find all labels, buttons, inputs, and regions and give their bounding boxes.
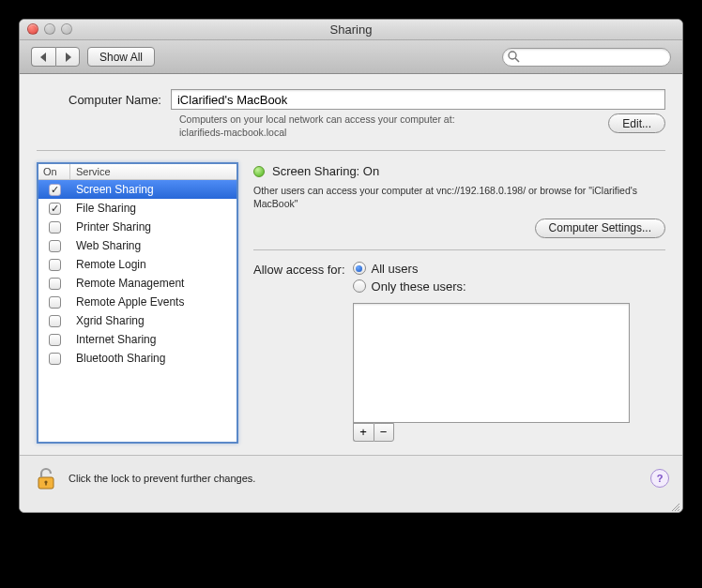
service-checkbox[interactable] xyxy=(38,240,70,252)
list-item[interactable]: Remote Login xyxy=(38,255,237,274)
forward-button[interactable] xyxy=(55,47,80,67)
nav-buttons xyxy=(31,47,80,67)
list-item[interactable]: Internet Sharing xyxy=(38,330,237,349)
status-title: Screen Sharing: On xyxy=(272,164,379,178)
search xyxy=(502,48,671,67)
show-all-button[interactable]: Show All xyxy=(87,47,155,67)
users-list[interactable] xyxy=(353,303,630,423)
checkbox-icon xyxy=(49,203,61,215)
svg-rect-6 xyxy=(45,482,47,486)
list-item[interactable]: Screen Sharing xyxy=(38,180,237,199)
checkbox-icon xyxy=(49,278,61,290)
list-item[interactable]: Remote Apple Events xyxy=(38,293,237,311)
service-detail: Screen Sharing: On Other users can acces… xyxy=(253,162,665,444)
lock-row: Click the lock to prevent further change… xyxy=(20,455,682,501)
computer-name-hint: Computers on your local network can acce… xyxy=(179,113,597,139)
service-name: Web Sharing xyxy=(70,239,237,252)
col-on: On xyxy=(38,164,70,179)
service-checkbox[interactable] xyxy=(38,203,70,215)
divider xyxy=(37,150,665,151)
titlebar[interactable]: Sharing xyxy=(20,20,682,40)
checkbox-icon xyxy=(49,296,61,309)
list-item[interactable]: Remote Management xyxy=(38,274,237,293)
list-item[interactable]: Printer Sharing xyxy=(38,218,237,236)
status-indicator-icon xyxy=(253,166,265,177)
access-label: Allow access for: xyxy=(253,262,345,277)
svg-marker-1 xyxy=(66,53,71,62)
service-name: Bluetooth Sharing xyxy=(70,352,237,365)
service-checkbox[interactable] xyxy=(38,221,70,234)
computer-name-input[interactable] xyxy=(171,89,665,110)
divider xyxy=(253,249,665,250)
edit-button[interactable]: Edit... xyxy=(608,113,665,133)
checkbox-icon xyxy=(49,184,61,196)
checkbox-icon xyxy=(49,353,61,365)
svg-point-2 xyxy=(509,52,516,59)
service-checkbox[interactable] xyxy=(38,315,70,327)
checkbox-icon xyxy=(49,240,61,252)
list-item[interactable]: Xgrid Sharing xyxy=(38,311,237,330)
checkbox-icon xyxy=(49,259,61,271)
toolbar: Show All xyxy=(20,40,682,74)
service-name: Remote Management xyxy=(70,277,237,290)
status-description: Other users can access your computer at … xyxy=(253,184,665,210)
remove-user-button[interactable]: − xyxy=(374,423,394,442)
services-list[interactable]: On Service Screen SharingFile SharingPri… xyxy=(37,162,238,444)
svg-marker-0 xyxy=(40,53,46,62)
checkbox-icon xyxy=(49,315,61,327)
radio-all-users[interactable]: All users xyxy=(353,262,630,276)
service-name: Remote Apple Events xyxy=(70,295,237,309)
close-icon[interactable] xyxy=(27,23,38,35)
service-checkbox[interactable] xyxy=(38,259,70,271)
list-item[interactable]: Web Sharing xyxy=(38,236,237,255)
service-name: Remote Login xyxy=(70,258,237,271)
help-button[interactable]: ? xyxy=(650,469,669,488)
chevron-left-icon xyxy=(40,53,48,62)
window-title: Sharing xyxy=(330,23,373,37)
chevron-right-icon xyxy=(64,53,71,62)
service-checkbox[interactable] xyxy=(38,184,70,196)
services-header: On Service xyxy=(38,164,237,180)
service-name: Printer Sharing xyxy=(70,220,237,234)
window-controls xyxy=(27,23,72,35)
service-name: Xgrid Sharing xyxy=(70,314,237,327)
service-checkbox[interactable] xyxy=(38,296,70,309)
list-item[interactable]: Bluetooth Sharing xyxy=(38,349,237,368)
resize-grip[interactable] xyxy=(20,501,682,512)
minimize-icon[interactable] xyxy=(44,23,55,35)
service-checkbox[interactable] xyxy=(38,353,70,365)
computer-name-label: Computer Name: xyxy=(69,93,161,107)
add-user-button[interactable]: + xyxy=(353,423,374,442)
svg-line-9 xyxy=(678,509,679,511)
show-all-label: Show All xyxy=(99,51,143,64)
svg-line-3 xyxy=(515,58,519,62)
checkbox-icon xyxy=(49,221,61,234)
service-name: File Sharing xyxy=(70,202,237,215)
lock-text: Click the lock to prevent further change… xyxy=(69,473,255,484)
search-icon xyxy=(508,51,520,63)
service-name: Screen Sharing xyxy=(70,183,237,196)
content: Computer Name: Computers on your local n… xyxy=(20,74,682,455)
service-checkbox[interactable] xyxy=(38,278,70,290)
lock-icon[interactable] xyxy=(33,465,59,491)
radio-icon xyxy=(353,262,366,275)
list-item[interactable]: File Sharing xyxy=(38,199,237,218)
service-name: Internet Sharing xyxy=(70,333,237,346)
zoom-icon[interactable] xyxy=(61,23,72,35)
sharing-preferences-window: Sharing Show All Computer Name: xyxy=(19,19,683,513)
radio-only-users[interactable]: Only these users: xyxy=(353,279,630,294)
checkbox-icon xyxy=(49,334,61,346)
computer-settings-button[interactable]: Computer Settings... xyxy=(535,219,665,238)
radio-icon xyxy=(353,279,366,293)
back-button[interactable] xyxy=(31,47,55,67)
col-service: Service xyxy=(70,164,237,179)
search-input[interactable] xyxy=(502,48,671,67)
service-checkbox[interactable] xyxy=(38,334,70,346)
